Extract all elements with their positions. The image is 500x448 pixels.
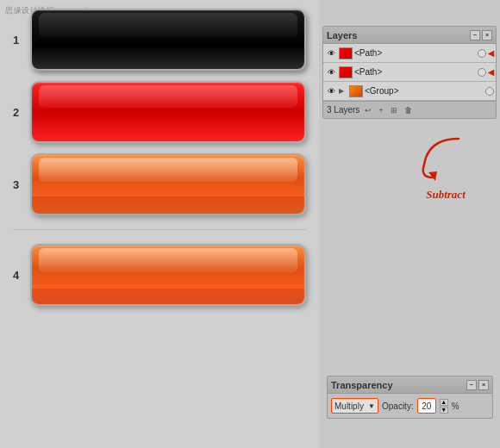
- transparency-panel-buttons: − ×: [466, 380, 489, 390]
- layer-visibility-1[interactable]: 👁: [325, 66, 337, 78]
- eye-icon-2: 👁: [328, 87, 335, 96]
- step-4-number: 4: [13, 269, 25, 282]
- transparency-title: Transparency: [331, 380, 393, 390]
- layers-panel: Layers − × 👁 <Path> ◀ 👁 <Path>: [322, 26, 497, 119]
- opacity-decrease-button[interactable]: ▼: [440, 407, 448, 414]
- layers-add-button[interactable]: +: [377, 105, 384, 115]
- subtract-label: Subtract: [426, 188, 466, 202]
- step-4-button[interactable]: [30, 244, 306, 306]
- layer-row-2[interactable]: 👁 ▶ <Group>: [323, 82, 496, 101]
- step-4-row: 4: [13, 244, 306, 306]
- layers-panel-buttons: − ×: [470, 30, 492, 40]
- layers-count: 3 Layers: [327, 105, 359, 115]
- layer-circle-2[interactable]: [485, 87, 494, 96]
- layer-arrow-1: ◀: [488, 68, 494, 77]
- transparency-close-button[interactable]: ×: [478, 380, 489, 390]
- layers-title: Layers: [327, 30, 357, 40]
- layers-minimize-button[interactable]: −: [470, 30, 480, 40]
- transparency-controls: Multiply ▼ Opacity: 20 ▲ ▼ %: [328, 394, 492, 418]
- layer-name-1: <Path>: [354, 67, 476, 77]
- layer-circle-0[interactable]: [478, 49, 486, 58]
- step-1-row: 1: [13, 9, 306, 71]
- eye-icon-1: 👁: [328, 68, 335, 77]
- blend-mode-dropdown[interactable]: Multiply ▼: [331, 398, 378, 414]
- layer-row-0[interactable]: 👁 <Path> ◀: [323, 44, 496, 63]
- subtract-arrow-svg: [411, 134, 472, 182]
- layer-row-1[interactable]: 👁 <Path> ◀: [323, 63, 496, 82]
- opacity-stepper: ▲ ▼: [440, 399, 448, 414]
- layers-undo-button[interactable]: ↩: [363, 105, 373, 115]
- step-3-row: 3: [13, 153, 306, 215]
- layer-visibility-0[interactable]: 👁: [325, 47, 337, 59]
- opacity-value[interactable]: 20: [417, 398, 436, 414]
- layers-titlebar: Layers − ×: [323, 27, 496, 44]
- separator: [13, 229, 306, 230]
- layers-footer: 3 Layers ↩ + ⊞ 🗑: [323, 101, 496, 118]
- blend-dropdown-arrow: ▼: [368, 402, 375, 410]
- opacity-increase-button[interactable]: ▲: [440, 399, 448, 406]
- layer-options-0: ◀: [478, 49, 494, 58]
- percent-sign: %: [452, 401, 459, 411]
- layer-thumbnail-1: [339, 66, 353, 78]
- transparency-titlebar: Transparency − ×: [328, 376, 492, 394]
- transparency-panel: Transparency − × Multiply ▼ Opacity: 20 …: [327, 376, 493, 419]
- subtract-annotation: Subtract: [398, 134, 493, 202]
- layer-name-2: <Group>: [365, 86, 484, 96]
- canvas-area: 思缘设计论坛 www.missyuan.com 1 2 3 4: [0, 0, 319, 448]
- step-3-number: 3: [13, 178, 25, 191]
- step-2-button[interactable]: [30, 81, 306, 143]
- layer-options-1: ◀: [478, 68, 494, 77]
- step-3-button[interactable]: [30, 153, 306, 215]
- step-1-number: 1: [13, 34, 25, 47]
- layer-thumbnail-2: [349, 85, 363, 97]
- step-1-button[interactable]: [30, 9, 306, 71]
- layer-circle-1[interactable]: [478, 68, 486, 77]
- layers-duplicate-button[interactable]: ⊞: [389, 105, 399, 115]
- layer-visibility-2[interactable]: 👁: [325, 85, 337, 97]
- step-2-row: 2: [13, 81, 306, 143]
- layers-close-button[interactable]: ×: [482, 30, 492, 40]
- layer-options-2: [485, 87, 494, 96]
- eye-icon-0: 👁: [328, 49, 335, 58]
- subtract-arrow-container: [411, 134, 480, 186]
- layer-name-0: <Path>: [354, 48, 476, 58]
- blend-mode-value: Multiply: [334, 401, 366, 411]
- step-2-number: 2: [13, 106, 25, 119]
- layer-thumbnail-0: [339, 47, 353, 59]
- transparency-minimize-button[interactable]: −: [466, 380, 477, 390]
- opacity-label: Opacity:: [382, 401, 414, 411]
- expand-icon-2[interactable]: ▶: [339, 87, 347, 95]
- layers-delete-button[interactable]: 🗑: [403, 105, 414, 115]
- layer-arrow-0: ◀: [488, 49, 494, 58]
